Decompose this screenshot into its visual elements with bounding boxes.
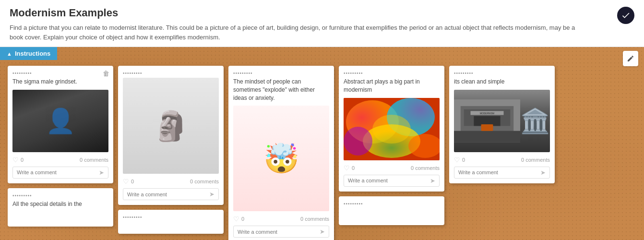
svg-text:MODERNISM: MODERNISM: [480, 112, 494, 115]
card-5-comment-input[interactable]: [458, 169, 540, 175]
card-b1-text: All the special details in the: [12, 200, 108, 208]
card-5-actions: ♡ 0 0 comments: [454, 156, 550, 164]
card-column-5: ••••••••• its clean and simple MODERNISM: [449, 66, 555, 240]
card-2-likes[interactable]: ♡ 0: [123, 178, 134, 185]
svg-rect-9: [454, 131, 520, 142]
card-4: ••••••••• Abstract art plays a big part …: [339, 66, 444, 192]
page-title: Modernism Examples: [10, 7, 585, 19]
card-1-text: The sigma male grindset.: [12, 78, 108, 86]
instructions-bar[interactable]: ▲ Instructions: [0, 47, 57, 60]
card-1-comment-input[interactable]: [17, 169, 99, 175]
card-2-send-icon[interactable]: ➤: [209, 191, 215, 198]
card-3-send-icon[interactable]: ➤: [320, 228, 325, 235]
card-5-text: its clean and simple: [454, 78, 550, 86]
card-5-image: MODERNISM: [454, 90, 550, 152]
card-column-2: ••••••••• ♡ 0 0 comments ➤ •••••••••: [118, 66, 224, 240]
card-4-likes[interactable]: ♡ 0: [344, 164, 355, 172]
card-1-send-icon[interactable]: ➤: [99, 169, 104, 176]
card-b4: •••••••••: [339, 196, 444, 225]
card-b2: •••••••••: [118, 210, 224, 234]
complete-button[interactable]: [617, 7, 634, 24]
card-5: ••••••••• its clean and simple MODERNISM: [449, 66, 555, 183]
card-3-text: The mindset of people can sometimes "exp…: [233, 78, 329, 102]
card-4-like-count: 0: [352, 165, 355, 171]
svg-rect-12: [481, 124, 493, 131]
svg-point-4: [344, 127, 372, 156]
card-5-likes[interactable]: ♡ 0: [454, 156, 465, 164]
card-b4-dots: •••••••••: [344, 201, 440, 206]
card-3-like-count: 0: [241, 216, 244, 222]
card-4-comments-count: 0 comments: [411, 165, 440, 171]
card-3-dots: •••••••••: [233, 71, 329, 76]
heart-icon-3: ♡: [233, 215, 239, 223]
heart-icon-5: ♡: [454, 156, 460, 164]
page-header: Modernism Examples Find a picture that y…: [0, 0, 644, 47]
card-4-comment-input[interactable]: [348, 178, 430, 183]
heart-icon: ♡: [12, 156, 19, 164]
card-3: ••••••••• The mindset of people can some…: [228, 66, 334, 240]
card-4-dots: •••••••••: [344, 71, 440, 76]
card-b1: ••••••••• All the special details in the: [8, 188, 113, 227]
card-2-image: [123, 78, 219, 174]
card-column-1: ••••••••• 🗑 The sigma male grindset. ♡ 0…: [8, 66, 113, 240]
card-2-comment-input[interactable]: [127, 192, 209, 197]
card-2-comment-row[interactable]: ➤: [123, 188, 219, 200]
card-b2-dots: •••••••••: [123, 215, 219, 220]
card-4-send-icon[interactable]: ➤: [430, 177, 435, 184]
corkboard: ▲ Instructions ••••••••• 🗑 The sigma mal…: [0, 47, 644, 240]
card-3-comment-input[interactable]: [238, 229, 320, 235]
card-2-dots: •••••••••: [123, 71, 219, 76]
card-1-image: [12, 90, 108, 152]
card-3-image: [233, 106, 329, 211]
card-1-comment-row[interactable]: ➤: [12, 167, 108, 179]
card-4-text: Abstract art plays a big part in moderni…: [344, 78, 440, 94]
card-1-likes[interactable]: ♡ 0: [12, 156, 24, 164]
card-5-like-count: 0: [462, 157, 465, 163]
card-3-actions: ♡ 0 0 comments: [233, 215, 329, 223]
card-5-send-icon[interactable]: ➤: [540, 169, 546, 176]
instructions-arrow-icon: ▲: [7, 51, 12, 57]
card-4-actions: ♡ 0 0 comments: [344, 164, 440, 172]
card-1-comments-count: 0 comments: [80, 157, 108, 163]
cards-container: ••••••••• 🗑 The sigma male grindset. ♡ 0…: [0, 60, 644, 240]
card-1-actions: ♡ 0 0 comments: [12, 156, 108, 164]
card-5-dots: •••••••••: [454, 71, 550, 76]
card-3-likes[interactable]: ♡ 0: [233, 215, 244, 223]
card-5-comments-count: 0 comments: [521, 157, 550, 163]
edit-button[interactable]: [623, 51, 638, 66]
heart-icon-2: ♡: [123, 178, 129, 185]
heart-icon-4: ♡: [344, 164, 350, 172]
card-2-actions: ♡ 0 0 comments: [123, 178, 219, 185]
card-1-like-count: 0: [21, 157, 24, 163]
card-1-delete-icon[interactable]: 🗑: [103, 70, 109, 77]
card-column-4: ••••••••• Abstract art plays a big part …: [339, 66, 444, 240]
card-2-comments-count: 0 comments: [190, 179, 219, 184]
card-column-3: ••••••••• The mindset of people can some…: [228, 66, 334, 240]
page-description: Find a picture that you can relate to mo…: [10, 23, 585, 42]
card-3-comment-row[interactable]: ➤: [233, 226, 329, 238]
card-5-comment-row[interactable]: ➤: [454, 167, 550, 179]
card-3-comments-count: 0 comments: [300, 216, 329, 222]
card-1: ••••••••• 🗑 The sigma male grindset. ♡ 0…: [8, 66, 113, 183]
instructions-label: Instructions: [15, 50, 50, 57]
card-2-like-count: 0: [131, 179, 134, 184]
card-b1-dots: •••••••••: [12, 193, 108, 198]
svg-point-6: [372, 115, 411, 144]
card-4-image: [344, 98, 440, 160]
card-4-comment-row[interactable]: ➤: [344, 175, 440, 187]
card-2: ••••••••• ♡ 0 0 comments ➤: [118, 66, 224, 205]
card-1-dots: •••••••••: [12, 71, 108, 76]
